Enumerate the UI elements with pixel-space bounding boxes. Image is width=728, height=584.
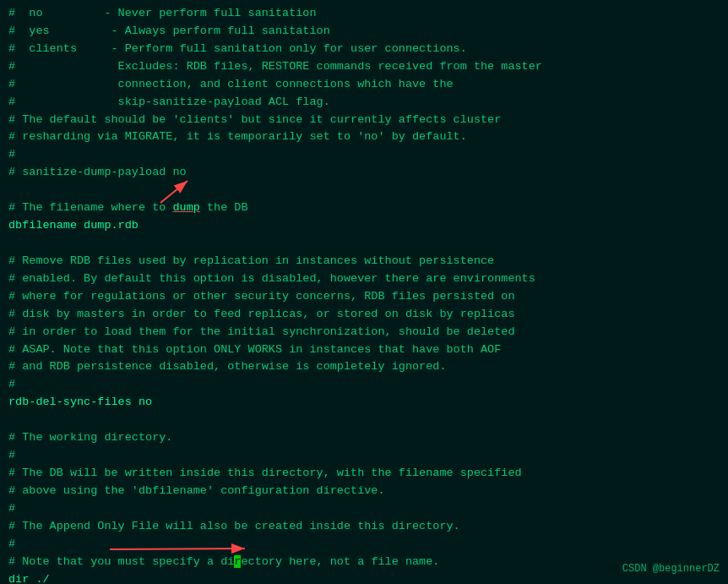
code-line — [8, 235, 720, 253]
code-line: # — [8, 146, 720, 164]
code-line: # in order to load them for the initial … — [8, 324, 720, 341]
code-line: # The Append Only File will also be crea… — [8, 518, 720, 536]
code-line: # ASAP. Note that this option ONLY WORKS… — [8, 341, 720, 359]
code-line: # where for regulations or other securit… — [8, 288, 720, 306]
code-line: # — [8, 376, 720, 394]
code-line: # sanitize-dump-payload no — [8, 164, 720, 182]
code-line: # The default should be 'clients' but si… — [8, 112, 720, 129]
code-line: # Excludes: RDB files, RESTORE commands … — [8, 58, 720, 76]
code-line: # Remove RDB files used by replication i… — [8, 253, 720, 270]
code-line: # clients - Perform full sanitation only… — [8, 41, 720, 58]
code-line: # above using the 'dbfilename' configura… — [8, 483, 720, 500]
code-line — [8, 412, 720, 429]
code-line: # The working directory. — [8, 429, 720, 447]
code-line: # connection, and client connections whi… — [8, 76, 720, 94]
terminal-window: # no - Never perform full sanitation# ye… — [0, 0, 728, 584]
code-line: # Note that you must specify a directory… — [8, 554, 720, 571]
watermark: CSDN @beginnerDZ — [622, 561, 720, 577]
code-line: # — [8, 536, 720, 554]
code-line: # and RDB persistence disabled, otherwis… — [8, 358, 720, 376]
code-line: rdb-del-sync-files no — [8, 394, 720, 412]
code-line: # yes - Always perform full sanitation — [8, 23, 720, 41]
code-line: dbfilename dump.rdb — [8, 217, 720, 235]
code-line: # — [8, 447, 720, 465]
code-line: # The filename where to dump the DB — [8, 199, 720, 217]
code-line: # disk by masters in order to feed repli… — [8, 306, 720, 324]
code-line: # — [8, 500, 720, 518]
code-line: dir ./ — [8, 571, 720, 585]
code-line: # no - Never perform full sanitation — [8, 5, 720, 23]
code-line: # skip-sanitize-payload ACL flag. — [8, 94, 720, 112]
code-line: # resharding via MIGRATE, it is temporar… — [8, 128, 720, 146]
code-line — [8, 182, 720, 199]
code-content: # no - Never perform full sanitation# ye… — [8, 5, 720, 584]
code-line: # enabled. By default this option is dis… — [8, 270, 720, 288]
code-line: # The DB will be written inside this dir… — [8, 465, 720, 483]
